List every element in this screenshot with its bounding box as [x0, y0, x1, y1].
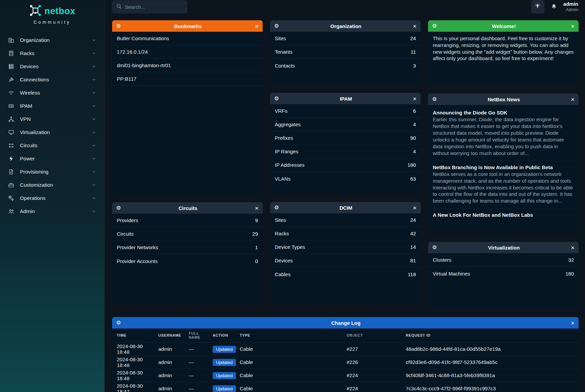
- column-header-time[interactable]: TIME: [112, 329, 158, 342]
- change-requestid-link[interactable]: 9cf40fdf-3461-4c88-81a3-5feb39f8391a: [406, 369, 579, 382]
- news-article-title[interactable]: NetBox Branching is Now Available in Pub…: [433, 164, 574, 170]
- close-icon[interactable]: ×: [413, 96, 417, 102]
- close-icon[interactable]: ×: [255, 205, 259, 211]
- widget-changelog-header[interactable]: ⚙ Change Log ×: [112, 317, 579, 329]
- search-input[interactable]: [125, 4, 183, 10]
- sidebar-item-circuits[interactable]: Circuits: [5, 139, 100, 152]
- sidebar-item-ipam[interactable]: IPAM: [5, 99, 100, 112]
- gear-icon[interactable]: ⚙: [432, 245, 437, 250]
- stat-row: Clusters32: [428, 253, 579, 267]
- gear-icon[interactable]: ⚙: [116, 320, 121, 325]
- bookmark-item[interactable]: PP:B117: [112, 72, 263, 86]
- change-time-link[interactable]: 2024-08-30 18:48: [112, 356, 158, 369]
- changelog-row: 2024-08-30 18:48 admin — Updated Cable #…: [112, 356, 579, 369]
- notifications-bell-icon[interactable]: [551, 3, 557, 10]
- gear-icon[interactable]: ⚙: [274, 23, 279, 29]
- close-icon[interactable]: ×: [255, 23, 259, 29]
- sidebar-item-label: Power: [20, 156, 91, 162]
- chevron-down-icon: [91, 169, 96, 174]
- widget-circuits-header[interactable]: ⚙ Circuits ×: [112, 202, 263, 214]
- close-icon[interactable]: ×: [413, 23, 417, 29]
- circuits-icon: [8, 142, 14, 149]
- chevron-down-icon: [91, 51, 96, 56]
- sidebar-item-wireless[interactable]: Wireless: [5, 86, 100, 99]
- action-badge[interactable]: Updated: [213, 372, 236, 379]
- dashboard-grid: ⚙ Bookmarks × Butler Communications 172.…: [105, 14, 585, 309]
- change-time-link[interactable]: 2024-08-30 18:48: [112, 342, 158, 356]
- widget-dcim-header[interactable]: ⚙ DCIM ×: [270, 202, 421, 213]
- sidebar-item-label: Organization: [20, 37, 91, 43]
- bookmark-item[interactable]: dmi01-binghamton-rtr01: [112, 59, 263, 72]
- search-box[interactable]: [112, 0, 187, 14]
- news-article-title[interactable]: Announcing the Diode Go SDK: [433, 110, 574, 115]
- column-header-type[interactable]: TYPE: [240, 329, 347, 342]
- widget-news-header[interactable]: ⚙ NetBox News ×: [428, 94, 579, 105]
- sidebar-item-connections[interactable]: Connections: [5, 73, 100, 86]
- close-icon[interactable]: ×: [571, 320, 575, 326]
- gear-icon[interactable]: ⚙: [274, 205, 279, 210]
- widget-bookmarks-header[interactable]: ⚙ Bookmarks ×: [112, 20, 263, 32]
- sidebar-item-customization[interactable]: Customization: [5, 178, 100, 191]
- sidebar-item-operations[interactable]: Operations: [5, 191, 100, 205]
- sidebar-item-racks[interactable]: Racks: [5, 47, 100, 60]
- widget-organization: ⚙ Organization × Sites24 Tenants11 Conta…: [270, 20, 421, 85]
- change-requestid-link[interactable]: 48ad8b2c-986d-44fd-81ca-00d55b27e19a: [406, 342, 579, 356]
- change-object-link[interactable]: #226: [347, 356, 406, 369]
- search-icon: [116, 3, 122, 10]
- close-icon[interactable]: ×: [571, 244, 575, 251]
- news-article-title[interactable]: A New Look For NetBox and NetBox Labs: [433, 212, 574, 218]
- change-object-link[interactable]: #224: [347, 369, 406, 382]
- action-badge[interactable]: Updated: [213, 359, 236, 366]
- brand[interactable]: netbox Community: [0, 4, 104, 25]
- sidebar: netbox Community Organization Racks Devi…: [0, 0, 105, 392]
- widget-virtualization: ⚙ Virtualization × Clusters32 Virtual Ma…: [428, 242, 579, 309]
- gear-icon[interactable]: ⚙: [116, 23, 121, 29]
- change-object-link[interactable]: #224: [347, 382, 406, 392]
- change-time-link[interactable]: 2024-08-30 18:47: [112, 382, 158, 392]
- sidebar-item-provisioning[interactable]: Provisioning: [5, 165, 100, 178]
- close-icon[interactable]: ×: [571, 96, 575, 103]
- change-requestid-link[interactable]: cf92d3e6-d09d-41fc-9fd7-52337649ab5c: [406, 356, 579, 369]
- gear-icon[interactable]: ⚙: [116, 205, 121, 211]
- stat-row: Circuits29: [112, 227, 263, 241]
- news-article-body: NetBox serves as a core tool in an organ…: [433, 171, 574, 205]
- changelog-row: 2024-08-30 18:48 admin — Updated Cable #…: [112, 342, 579, 356]
- organization-icon: [8, 37, 14, 43]
- sidebar-item-admin[interactable]: Admin: [5, 205, 100, 218]
- stat-row: Sites24: [270, 213, 421, 227]
- sidebar-item-label: Wireless: [20, 90, 91, 96]
- gear-icon[interactable]: ⚙: [432, 97, 437, 102]
- user-menu[interactable]: admin Admin: [563, 1, 578, 13]
- widget-organization-header[interactable]: ⚙ Organization ×: [270, 20, 421, 32]
- sidebar-item-organization[interactable]: Organization: [5, 33, 100, 47]
- theme-toggle-button[interactable]: [531, 0, 544, 14]
- gear-icon[interactable]: ⚙: [274, 96, 279, 101]
- action-badge[interactable]: Updated: [213, 385, 236, 392]
- widget-ipam: ⚙ IPAM × VRFs6 Aggregates4 Prefixes90 IP…: [270, 93, 421, 194]
- widget-ipam-header[interactable]: ⚙ IPAM ×: [270, 93, 421, 104]
- widget-virtualization-header[interactable]: ⚙ Virtualization ×: [428, 242, 579, 253]
- main-content: admin Admin ⚙ Bookmarks × Butler Communi…: [105, 0, 585, 392]
- chevron-down-icon: [91, 64, 96, 69]
- gear-icon[interactable]: ⚙: [432, 23, 437, 29]
- close-icon[interactable]: ×: [571, 23, 575, 29]
- sidebar-item-power[interactable]: Power: [5, 152, 100, 165]
- close-icon[interactable]: ×: [413, 205, 417, 211]
- sidebar-item-virtualization[interactable]: Virtualization: [5, 126, 100, 139]
- column-header-username[interactable]: USERNAME: [158, 329, 189, 342]
- sidebar-item-devices[interactable]: Devices: [5, 60, 100, 73]
- bookmark-item[interactable]: Butler Communications: [112, 32, 263, 45]
- widget-title: Organization: [279, 23, 413, 29]
- wireless-icon: [8, 90, 14, 96]
- column-header-requestid[interactable]: REQUEST ID: [406, 329, 579, 342]
- action-badge[interactable]: Updated: [213, 346, 236, 353]
- change-fullname: —: [189, 342, 213, 356]
- bookmark-item[interactable]: 172.16.0.1/24: [112, 45, 263, 59]
- change-requestid-link[interactable]: 7c3c4c3c-ccc9-47f2-996f-f99391c997c3: [406, 382, 579, 392]
- change-time-link[interactable]: 2024-08-30 18:48: [112, 369, 158, 382]
- column-header-action[interactable]: ACTION: [213, 329, 240, 342]
- sidebar-item-vpn[interactable]: VPN: [5, 112, 100, 126]
- widget-welcome-header[interactable]: ⚙ Welcome! ×: [428, 20, 579, 32]
- change-object-link[interactable]: #227: [347, 342, 406, 356]
- netbox-logo-icon: [29, 4, 42, 18]
